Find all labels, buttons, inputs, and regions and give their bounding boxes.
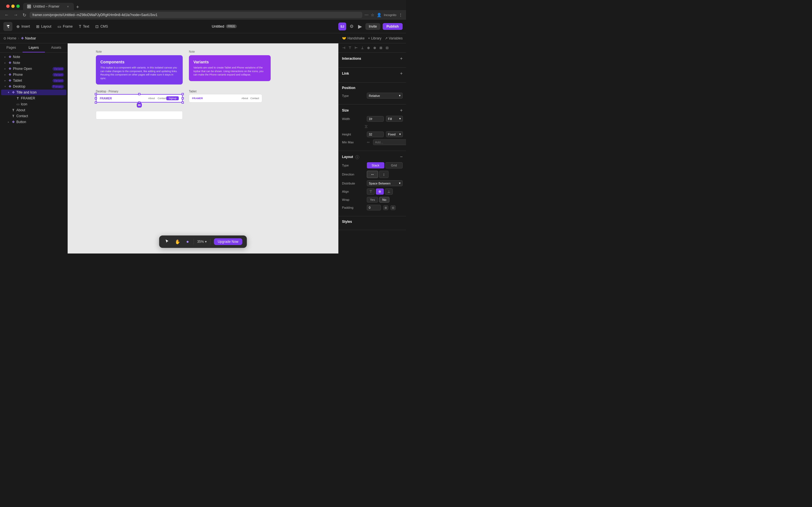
handle-bl[interactable] (95, 101, 97, 104)
layer-desktop[interactable]: ▾ ❖ Desktop Primary (1, 83, 66, 89)
height-input[interactable] (367, 131, 384, 137)
hand-tool-button[interactable]: ✋ (174, 238, 182, 245)
navbar-wrapper[interactable]: FRAMER About Contact Signup (96, 94, 183, 103)
grid-button[interactable]: Grid (386, 162, 403, 168)
layer-phone-open[interactable]: ▸ ❖ Phone Open Variant (1, 66, 66, 71)
layer-icon-item[interactable]: ▭ Icon (1, 101, 66, 107)
framer-logo-button[interactable] (3, 22, 12, 31)
padding-uniform-button[interactable]: ⊞ (383, 205, 388, 210)
align-bottom-button[interactable]: ⊗ (372, 45, 377, 51)
layer-title-icon[interactable]: ▾ ❖ Title and Icon (1, 90, 66, 95)
width-input[interactable] (367, 116, 384, 122)
comment-tool-button[interactable]: ● (185, 238, 190, 245)
remove-layout-button[interactable]: − (400, 154, 403, 159)
height-fill-select[interactable]: Fixed ▾ (386, 131, 403, 137)
expand-phone[interactable]: ▸ (3, 73, 7, 76)
url-bar[interactable] (30, 12, 362, 18)
distribute-v-button[interactable]: ⊟ (384, 45, 390, 51)
expand-title-icon[interactable]: ▾ (7, 91, 10, 94)
layer-note2[interactable]: ▸ ❖ Note (1, 60, 66, 66)
zoom-control[interactable]: 35% ▾ (197, 240, 207, 244)
align-end-button[interactable]: ⊥ (385, 188, 393, 194)
add-interaction-button[interactable]: + (400, 56, 403, 61)
distribute-select[interactable]: Space Between ▾ (367, 180, 403, 186)
avatar-button[interactable]: SJ (338, 22, 346, 31)
layout-info-icon[interactable]: i (355, 155, 359, 159)
direction-vertical-button[interactable]: ↕ (379, 171, 389, 178)
home-breadcrumb[interactable]: ⊙ Home (3, 36, 16, 40)
wrap-yes-button[interactable]: Yes (367, 197, 378, 203)
expand-button[interactable]: ▸ (7, 120, 10, 124)
layer-phone[interactable]: ▸ ❖ Phone Variant (1, 72, 66, 77)
layer-contact[interactable]: T Contact (1, 113, 66, 119)
align-center-v-button[interactable]: ⊕ (366, 45, 371, 51)
layer-framer[interactable]: T FRAMER (1, 96, 66, 101)
minimize-dot[interactable] (11, 4, 15, 8)
handle-ml[interactable] (95, 97, 97, 100)
variables-action[interactable]: ↗ Variables (385, 36, 403, 40)
padding-individual-button[interactable]: ⊟ (391, 205, 396, 210)
maximize-dot[interactable] (16, 4, 20, 8)
insert-tool[interactable]: ⊕ Insert (14, 23, 32, 30)
handle-br[interactable] (182, 101, 184, 104)
direction-horizontal-button[interactable]: ↔ (367, 171, 378, 178)
frame-tool[interactable]: ▭ Frame (55, 23, 75, 30)
publish-button[interactable]: Publish (383, 23, 403, 30)
play-button[interactable]: ▶ (357, 22, 363, 31)
distribute-h-button[interactable]: ⊞ (378, 45, 384, 51)
extensions-button[interactable]: ⋯ (364, 13, 368, 17)
expand-phone-open[interactable]: ▸ (3, 67, 7, 70)
navbar-breadcrumb[interactable]: ❖ Navbar (21, 36, 36, 40)
layer-tablet[interactable]: ▸ ❖ Tablet Variant (1, 78, 66, 83)
text-tool[interactable]: T Text (77, 23, 92, 30)
expand-note1[interactable]: ▸ (3, 55, 7, 59)
expand-tablet[interactable]: ▸ (3, 79, 7, 82)
expand-note2[interactable]: ▸ (3, 61, 7, 64)
back-button[interactable]: ← (3, 12, 10, 18)
center-handle[interactable] (137, 103, 142, 108)
layer-button[interactable]: ▸ ❖ Button (1, 119, 66, 125)
cms-tool[interactable]: ⊡ CMS (93, 23, 110, 30)
add-size-button[interactable]: + (400, 108, 403, 113)
bookmark-button[interactable]: ☆ (371, 13, 374, 17)
wrap-no-button[interactable]: No (379, 197, 389, 203)
empty-frame[interactable] (96, 111, 183, 119)
forward-button[interactable]: → (12, 12, 19, 18)
new-tab-button[interactable]: + (74, 4, 82, 10)
align-center-h-button[interactable]: ⊤ (347, 45, 353, 51)
align-left-button[interactable]: ⊣ (341, 45, 347, 51)
align-start-button[interactable]: ⊤ (367, 188, 375, 194)
handle-tc[interactable] (138, 93, 140, 95)
align-center-button[interactable]: ⊕ (376, 188, 384, 194)
stack-button[interactable]: Stack (367, 162, 384, 168)
upgrade-button[interactable]: Upgrade Now (214, 238, 242, 245)
handle-mr[interactable] (182, 97, 184, 100)
align-top-button[interactable]: ⊥ (359, 45, 365, 51)
handle-tr[interactable] (182, 93, 184, 95)
menu-button[interactable]: ⋮ (399, 13, 403, 17)
browser-tab[interactable]: F Untitled – Framer × (23, 3, 74, 10)
refresh-button[interactable]: ↻ (21, 12, 28, 18)
add-link-button[interactable]: + (400, 71, 403, 76)
minmax-input[interactable] (373, 139, 406, 145)
handle-tl[interactable] (95, 93, 97, 95)
tab-pages[interactable]: Pages (0, 43, 22, 52)
cursor-tool-button[interactable] (163, 238, 170, 245)
tablet-preview[interactable]: FRAMER About Contact (189, 94, 262, 103)
handshake-action[interactable]: 🤝 Handshake (342, 36, 364, 40)
layer-about[interactable]: T About (1, 107, 66, 113)
tab-layers[interactable]: Layers (22, 43, 45, 52)
position-type-select[interactable]: Relative ▾ (367, 93, 403, 99)
layout-tool[interactable]: ⊞ Layout (34, 23, 54, 30)
canvas-area[interactable]: Note Components This topbar is a compone… (68, 43, 338, 253)
expand-desktop[interactable]: ▾ (3, 85, 7, 88)
library-action[interactable]: + Library (368, 36, 382, 40)
settings-button[interactable]: ⚙ (349, 22, 355, 30)
invite-button[interactable]: Invite (365, 23, 380, 30)
profile-button[interactable]: 👤 (377, 13, 382, 17)
padding-input[interactable] (367, 205, 381, 210)
layer-note1[interactable]: ▸ ❖ Note (1, 54, 66, 60)
tab-close-button[interactable]: × (66, 4, 70, 8)
width-fill-select[interactable]: Fill ▾ (386, 116, 403, 122)
align-right-button[interactable]: ⊢ (353, 45, 359, 51)
